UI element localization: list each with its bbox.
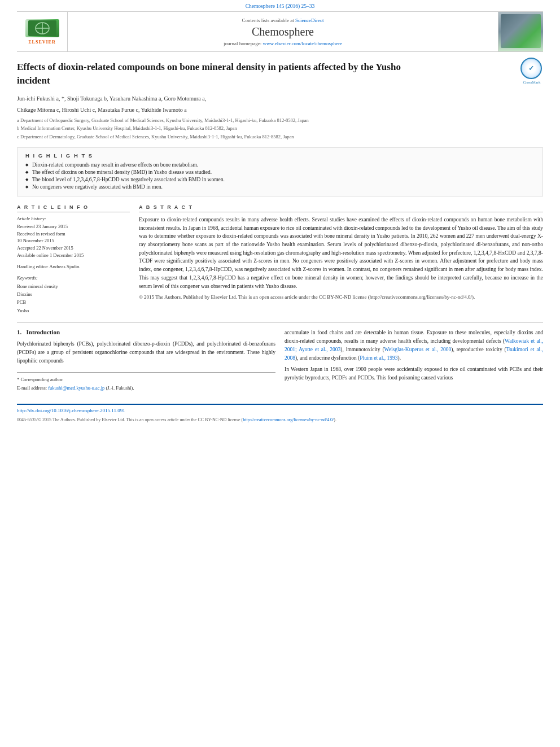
copyright-text: © 2015 The Authors. Published by Elsevie… bbox=[139, 294, 543, 302]
intro-left-column: 1. Introduction Polychlorinated biphenyl… bbox=[17, 329, 275, 394]
keywords-label: Keywords: bbox=[17, 275, 130, 281]
keywords-list: Bone mineral density Dioxins PCB Yusho bbox=[17, 282, 130, 315]
affiliation-b: b Medical Information Center, Kyushu Uni… bbox=[17, 125, 543, 132]
abstract-text: Exposure to dioxin-related compounds res… bbox=[139, 216, 543, 290]
journal-homepage-link[interactable]: www.elsevier.com/locate/chemosphere bbox=[263, 41, 342, 46]
list-item: PCB bbox=[17, 298, 130, 306]
received-revised-date: 10 November 2015 bbox=[17, 237, 130, 244]
highlights-section: H I G H L I G H T S Dioxin-related compo… bbox=[17, 147, 543, 196]
journal-thumbnail bbox=[498, 12, 543, 51]
elsevier-label: ELSEVIER bbox=[28, 40, 55, 45]
introduction-section: 1. Introduction Polychlorinated biphenyl… bbox=[17, 329, 543, 394]
crossmark-label: CrossMark bbox=[520, 80, 543, 85]
bottom-bar: http://dx.doi.org/10.1016/j.chemosphere.… bbox=[17, 404, 543, 422]
list-item: No congeners were negatively associated … bbox=[25, 184, 535, 190]
ref-link[interactable]: Pluim et al., 1993 bbox=[360, 355, 397, 361]
journal-citation-text: Chemosphere 145 (2016) 25–33 bbox=[246, 3, 315, 9]
affiliation-c: c Department of Dermatology, Graduate Sc… bbox=[17, 133, 543, 141]
journal-header: ELSEVIER Contents lists available at Sci… bbox=[17, 11, 543, 52]
available-date: Available online 1 December 2015 bbox=[17, 252, 130, 259]
issn-license-link[interactable]: http://creativecommons.org/licenses/by-n… bbox=[243, 417, 334, 422]
article-info-abstract-row: A R T I C L E I N F O Article history: R… bbox=[17, 204, 543, 315]
received-revised-label: Received in revised form bbox=[17, 230, 130, 238]
list-item: Bone mineral density bbox=[17, 282, 130, 290]
footnote-email: E-mail address: fukushi@med.kyushu-u.ac.… bbox=[17, 385, 275, 392]
article-title: Effects of dioxin-related compounds on b… bbox=[17, 60, 412, 88]
abstract-column: A B S T R A C T Exposure to dioxin-relat… bbox=[139, 204, 543, 315]
authors-line2: Chikage Mitoma c, Hiroshi Uchi c, Masuta… bbox=[17, 106, 543, 115]
footnote-email-link[interactable]: fukushi@med.kyushu-u.ac.jp bbox=[48, 385, 104, 391]
elsevier-logo-image bbox=[25, 19, 59, 37]
journal-center-header: Contents lists available at ScienceDirec… bbox=[68, 12, 498, 51]
list-item: The effect of dioxins on bone mineral de… bbox=[25, 169, 535, 175]
title-area: ✓ CrossMark Effects of dioxin-related co… bbox=[17, 60, 543, 94]
footnote-section: * Corresponding author. E-mail address: … bbox=[17, 372, 275, 392]
sciencedirect-link[interactable]: ScienceDirect bbox=[295, 18, 323, 23]
received-date: Received 23 January 2015 bbox=[17, 223, 130, 230]
main-content: ✓ CrossMark Effects of dioxin-related co… bbox=[0, 52, 560, 399]
authors-line1: Jun-ichi Fukushi a, *, Shoji Tokunaga b,… bbox=[17, 94, 543, 103]
intro-right-para1: accumulate in food chains and are detect… bbox=[285, 329, 543, 362]
abstract-label: A B S T R A C T bbox=[139, 204, 543, 212]
doi-link[interactable]: http://dx.doi.org/10.1016/j.chemosphere.… bbox=[17, 408, 125, 413]
crossmark-icon: ✓ bbox=[520, 58, 542, 79]
highlights-label: H I G H L I G H T S bbox=[25, 152, 535, 159]
ref-link[interactable]: Weisglas-Kuperus et al., 2000 bbox=[384, 347, 452, 352]
intro-section-title: 1. Introduction bbox=[17, 329, 275, 335]
list-item: Yusho bbox=[17, 307, 130, 314]
crossmark-badge: ✓ CrossMark bbox=[520, 58, 543, 80]
sciencedirect-text: Contents lists available at ScienceDirec… bbox=[242, 18, 324, 23]
article-info-label: A R T I C L E I N F O bbox=[17, 204, 130, 212]
list-item: Dioxin-related compounds may result in a… bbox=[25, 162, 535, 168]
accepted-date: Accepted 22 November 2015 bbox=[17, 244, 130, 252]
article-info-column: A R T I C L E I N F O Article history: R… bbox=[17, 204, 130, 315]
journal-thumb-image bbox=[501, 14, 541, 48]
list-item: Dioxins bbox=[17, 290, 130, 298]
issn-text: 0045-6535/© 2015 The Authors. Published … bbox=[17, 417, 543, 422]
intro-right-column: accumulate in food chains and are detect… bbox=[285, 329, 543, 394]
article-history-label: Article history: bbox=[17, 216, 130, 221]
affiliations: a Department of Orthopaedic Surgery, Gra… bbox=[17, 117, 543, 141]
intro-left-para1: Polychlorinated biphenyls (PCBs), polych… bbox=[17, 340, 275, 365]
section-divider bbox=[17, 322, 543, 323]
journal-citation-bar: Chemosphere 145 (2016) 25–33 bbox=[0, 0, 560, 11]
elsevier-logo-block: ELSEVIER bbox=[17, 12, 68, 51]
journal-homepage: journal homepage: www.elsevier.com/locat… bbox=[224, 41, 342, 46]
affiliation-a: a Department of Orthopaedic Surgery, Gra… bbox=[17, 117, 543, 124]
highlights-list: Dioxin-related compounds may result in a… bbox=[25, 162, 535, 190]
list-item: The blood level of 1,2,3,4,6,7,8-HpCDD w… bbox=[25, 177, 535, 182]
handling-editor: Handling editor: Andreas Sjodin. bbox=[17, 264, 130, 269]
journal-title-header: Chemosphere bbox=[252, 25, 314, 38]
intro-right-para2: In Western Japan in 1968, over 1900 peop… bbox=[285, 365, 543, 382]
footnote-corresponding: * Corresponding author. bbox=[17, 376, 275, 383]
